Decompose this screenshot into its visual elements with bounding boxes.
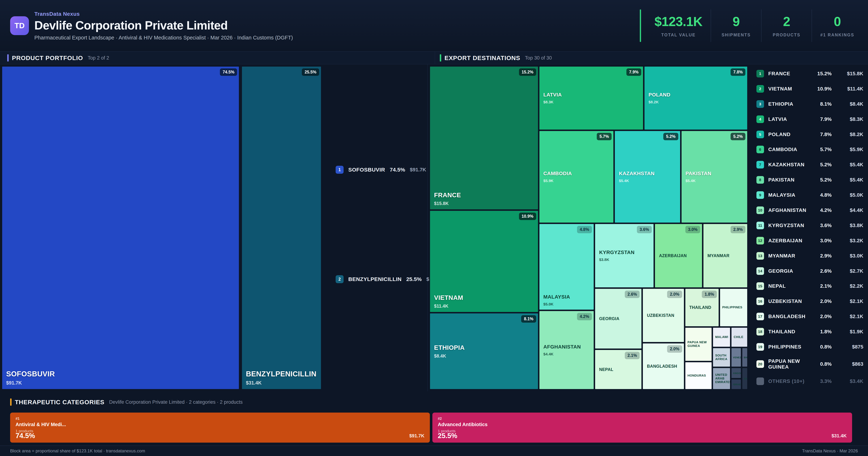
- treemap-block-united-arab-emirates[interactable]: UNITED ARAB EMIRATES: [712, 367, 731, 390]
- destination-row[interactable]: 19PHILIPPINES0.8%$875: [756, 343, 864, 351]
- block-country-name: PHILIPPINES: [722, 306, 746, 309]
- destination-row[interactable]: 14GEORGIA2.6%$2.7K: [756, 267, 864, 275]
- stat-divider: [761, 9, 762, 42]
- page-subtitle: Pharmaceutical Export Landscape · Antivi…: [34, 35, 293, 41]
- treemap-block-benzylpenicillin[interactable]: 25.5%BENZYLPENICILLIN$31.4K: [241, 66, 322, 390]
- block-label: HONDURAS: [687, 374, 710, 377]
- block-label: BENZYLPENICILLIN$31.4K: [246, 370, 319, 386]
- stat-label: PRODUCTS: [770, 33, 803, 37]
- header-stats: $123.1KTOTAL VALUE9SHIPMENTS2PRODUCTS0#1…: [640, 9, 858, 42]
- treemap-block-nepal[interactable]: 2.1%NEPAL: [594, 349, 642, 390]
- treemap-block-sofosbuvir[interactable]: 74.5%SOFOSBUVIR$91.7K: [1, 66, 240, 390]
- therapeutic-categories-section: THERAPEUTIC CATEGORIES Devlife Corporati…: [0, 392, 868, 446]
- destination-rank-badge: 20: [756, 360, 764, 368]
- block-country-name: ETHIOPIA: [434, 344, 536, 351]
- block-label: MYANMAR: [707, 253, 746, 258]
- treemap-block-pakistan[interactable]: 5.2%PAKISTAN$5.4K: [681, 130, 748, 223]
- treemap-block-malawi[interactable]: MALAWI: [712, 327, 731, 347]
- treemap-block-papua-new-guinea[interactable]: PAPUA NEW GUINEA: [685, 327, 712, 362]
- category-value: $91.7K: [409, 433, 425, 438]
- destination-row-others[interactable]: OTHERS (10+)3.3%$3.4K: [756, 377, 864, 385]
- treemap-block-philippines[interactable]: PHILIPPINES: [719, 288, 748, 327]
- category-product-count: 1 products: [438, 429, 847, 433]
- block-country-name: CHILE: [734, 335, 746, 339]
- product-row[interactable]: 1SOFOSBUVIR74.5%$91.7K: [336, 166, 425, 174]
- app-header: TD TransData Nexus Devlife Corporation P…: [0, 0, 868, 52]
- treemap-block-latvia[interactable]: 7.9%LATVIA$8.3K: [539, 66, 644, 130]
- treemap-block-ethiopia[interactable]: 8.1%ETHIOPIA$8.4K: [429, 313, 538, 390]
- destination-row[interactable]: 6CAMBODIA5.7%$5.9K: [756, 146, 864, 153]
- destination-rank-badge: 14: [756, 267, 764, 275]
- destinations-treemap: 15.2%FRANCE$15.8K10.9%VIETNAM$11.4K8.1%E…: [429, 66, 748, 390]
- company-logo: TD: [10, 16, 29, 35]
- destination-row[interactable]: 7KAZAKHSTAN5.2%$5.4K: [756, 161, 864, 168]
- treemap-block-chile[interactable]: CHILE: [731, 327, 748, 347]
- block-country-name: ANGOLA: [733, 372, 739, 374]
- treemap-block-bhutan[interactable]: BHUTAN: [742, 347, 748, 368]
- destination-row[interactable]: 1FRANCE15.2%$15.8K: [756, 70, 864, 78]
- destination-rank-badge: 3: [756, 100, 764, 108]
- treemap-block-bangladesh[interactable]: 2.0%BANGLADESH: [642, 343, 684, 390]
- category-block-antiviral-hiv-medi[interactable]: #1Antiviral & HIV Medi...1 products74.5%…: [10, 412, 430, 443]
- destination-rank-badge: 18: [756, 328, 764, 336]
- treemap-block-malaysia[interactable]: 4.8%MALAYSIA$5.0K: [539, 223, 594, 311]
- treemap-block-israel[interactable]: ISRAEL: [731, 379, 742, 390]
- block-label: VENEZUELA: [733, 356, 739, 359]
- destination-value: $2.1K: [832, 314, 863, 319]
- treemap-block-zambia[interactable]: ZAMBIA: [742, 367, 748, 390]
- destination-row[interactable]: 15NEPAL2.1%$2.2K: [756, 282, 864, 290]
- block-percent-badge: 74.5%: [220, 68, 237, 76]
- destination-row[interactable]: 10AFGHANISTAN4.2%$4.4K: [756, 206, 864, 214]
- treemap-block-afghanistan[interactable]: 4.2%AFGHANISTAN$4.4K: [539, 310, 594, 390]
- destination-rank-badge: 11: [756, 222, 764, 229]
- page-footer: Block area = proportional share of $123.…: [0, 446, 868, 456]
- destination-row[interactable]: 9MALAYSIA4.8%$5.0K: [756, 191, 864, 199]
- treemap-block-venezuela[interactable]: VENEZUELA: [731, 347, 742, 368]
- category-block-advanced-antibiotics[interactable]: #2Advanced Antibiotics1 products25.5%$31…: [432, 412, 852, 443]
- destination-name: PAKISTAN: [768, 177, 807, 183]
- destination-row[interactable]: 11KYRGYZSTAN3.6%$3.8K: [756, 222, 864, 229]
- treemap-block-uzbekistan[interactable]: 2.0%UZBEKISTAN: [642, 288, 684, 343]
- destination-row[interactable]: 3ETHIOPIA8.1%$8.4K: [756, 100, 864, 108]
- destination-row[interactable]: 18THAILAND1.8%$1.9K: [756, 328, 864, 336]
- block-percent-badge: 3.0%: [685, 226, 700, 233]
- treemap-block-azerbaijan[interactable]: 3.0%AZERBAIJAN: [654, 223, 703, 288]
- treemap-block-angola[interactable]: ANGOLA: [731, 367, 742, 379]
- treemap-block-vietnam[interactable]: 10.9%VIETNAM$11.4K: [429, 210, 538, 313]
- destination-row[interactable]: 12AZERBAIJAN3.0%$3.2K: [756, 237, 864, 245]
- block-percent-badge: 5.2%: [731, 133, 745, 140]
- block-label: VIETNAM$11.4K: [434, 294, 536, 309]
- destination-value: $4.4K: [832, 207, 863, 213]
- treemap-block-thailand[interactable]: 1.8%THAILAND: [685, 288, 719, 327]
- treemap-block-honduras[interactable]: HONDURAS: [685, 362, 712, 390]
- destination-row[interactable]: 4LATVIA7.9%$8.3K: [756, 115, 864, 123]
- destination-row[interactable]: 20PAPUA NEW GUINEA0.8%$863: [756, 358, 864, 370]
- treemap-block-kyrgyzstan[interactable]: 3.6%KYRGYZSTAN$3.8K: [594, 223, 654, 288]
- block-percent-badge: 7.8%: [731, 68, 745, 76]
- product-row[interactable]: 2BENZYLPENICILLIN25.5%$31.4K: [336, 275, 425, 283]
- treemap-block-france[interactable]: 15.2%FRANCE$15.8K: [429, 66, 538, 210]
- destination-row[interactable]: 16UZBEKISTAN2.0%$2.1K: [756, 297, 864, 305]
- treemap-block-south-africa[interactable]: SOUTH AFRICA: [712, 347, 731, 368]
- treemap-block-myanmar[interactable]: 2.9%MYANMAR: [703, 223, 748, 288]
- destination-name: MYANMAR: [768, 253, 807, 259]
- destination-row[interactable]: 8PAKISTAN5.2%$5.4K: [756, 176, 864, 184]
- destination-value: $5.9K: [832, 147, 863, 152]
- destination-row[interactable]: 5POLAND7.8%$8.2K: [756, 131, 864, 138]
- treemap-block-kazakhstan[interactable]: 5.2%KAZAKHSTAN$5.4K: [614, 130, 681, 223]
- stat-products: 2PRODUCTS: [766, 14, 807, 37]
- destination-row[interactable]: 13MYANMAR2.9%$3.0K: [756, 252, 864, 260]
- treemap-block-cambodia[interactable]: 5.7%CAMBODIA$5.9K: [539, 130, 614, 223]
- treemap-block-georgia[interactable]: 2.6%GEORGIA: [594, 288, 642, 349]
- destination-name: ETHIOPIA: [768, 101, 807, 107]
- destination-name: POLAND: [768, 132, 807, 137]
- destination-row[interactable]: 2VIETNAM10.9%$11.4K: [756, 85, 864, 93]
- destination-rank-badge: 9: [756, 191, 764, 199]
- portfolio-section-subtitle: Top 2 of 2: [88, 55, 109, 61]
- destination-value: $863: [832, 361, 863, 367]
- treemap-block-poland[interactable]: 7.8%POLAND$8.2K: [644, 66, 748, 130]
- block-percent-badge: 2.9%: [731, 226, 745, 233]
- block-value: $4.4K: [544, 352, 592, 356]
- destination-row[interactable]: 17BANGLADESH2.0%$2.1K: [756, 313, 864, 320]
- others-badge: [756, 377, 764, 385]
